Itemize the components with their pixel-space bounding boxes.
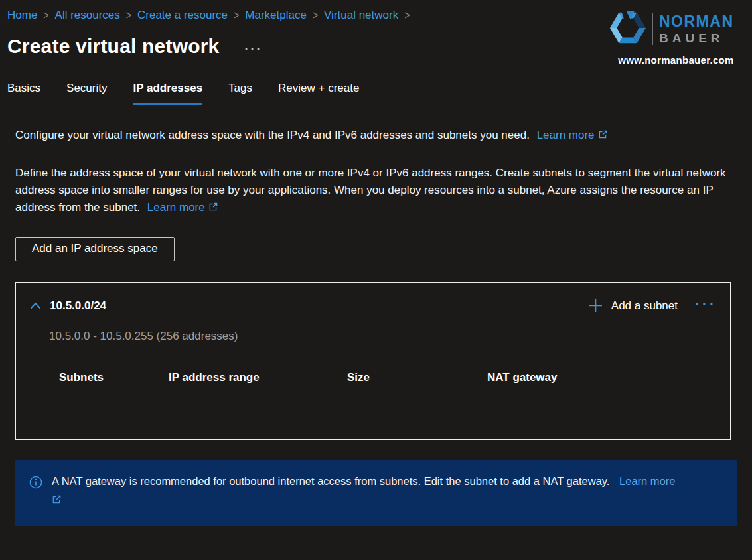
address-space-header: 10.5.0.0/24 Add a subnet ··· (16, 283, 730, 313)
banner-learn-more-link[interactable]: Learn more (619, 475, 675, 487)
subnet-more-menu-icon[interactable]: ··· (695, 300, 717, 312)
wizard-tabs: Basics Security IP addresses Tags Review… (7, 82, 752, 105)
normanbauer-hex-logo-icon (608, 9, 646, 50)
tab-content: Configure your virtual network address s… (15, 127, 741, 440)
brand-logo-top: NORMAN BAUER (608, 9, 744, 50)
external-link-icon[interactable] (52, 492, 62, 509)
intro-text: Configure your virtual network address s… (15, 127, 741, 145)
add-subnet-label: Add a subnet (611, 299, 678, 313)
brand-name-secondary: BAUER (659, 32, 734, 44)
breadcrumb-home[interactable]: Home (7, 9, 37, 22)
add-ip-address-space-button[interactable]: Add an IP address space (15, 237, 175, 261)
description-sentence: Define the address space of your virtual… (15, 167, 726, 214)
info-icon (29, 476, 42, 517)
subnet-table-header: Subnets IP address range Size NAT gatewa… (59, 371, 730, 384)
brand-name-primary: NORMAN (659, 14, 734, 29)
breadcrumb-virtual-network[interactable]: Virtual network (324, 9, 398, 22)
brand-logo: NORMAN BAUER www.normanbauer.com (608, 9, 744, 66)
tab-security[interactable]: Security (66, 82, 107, 105)
brand-names: NORMAN BAUER (659, 14, 734, 44)
add-subnet-button[interactable]: Add a subnet (589, 299, 678, 313)
plus-icon (589, 299, 603, 313)
tab-basics[interactable]: Basics (7, 82, 40, 105)
address-range-text: 10.5.0.0 - 10.5.0.255 (256 addresses) (49, 330, 730, 343)
column-header-size: Size (347, 371, 487, 384)
collapse-chevron-up-icon[interactable] (30, 302, 41, 309)
address-space-cidr: 10.5.0.0/24 (50, 299, 106, 313)
intro-sentence: Configure your virtual network address s… (15, 129, 530, 141)
brand-divider (652, 13, 653, 45)
breadcrumb-all-resources[interactable]: All resources (55, 9, 120, 22)
description-text: Define the address space of your virtual… (15, 165, 741, 217)
column-header-subnets: Subnets (59, 371, 169, 384)
external-link-icon (208, 200, 218, 217)
chevron-right-icon: > (126, 9, 131, 22)
chevron-right-icon: > (234, 9, 239, 22)
tab-tags[interactable]: Tags (228, 82, 252, 105)
chevron-right-icon: > (43, 9, 48, 22)
column-header-ip-range: IP address range (169, 371, 347, 384)
address-space-panel: 10.5.0.0/24 Add a subnet ··· 10.5.0.0 - … (15, 282, 731, 440)
banner-message: A NAT gateway is recommended for outboun… (52, 473, 675, 517)
title-more-menu-icon[interactable]: ··· (245, 37, 263, 56)
table-divider (49, 393, 719, 393)
tab-ip-addresses[interactable]: IP addresses (133, 82, 203, 105)
page-title: Create virtual network (7, 35, 220, 58)
breadcrumb-create-a-resource[interactable]: Create a resource (137, 9, 228, 22)
column-header-nat-gateway: NAT gateway (487, 371, 730, 384)
chevron-right-icon: > (313, 9, 318, 22)
external-link-icon (598, 127, 608, 145)
description-learn-more-link[interactable]: Learn more (147, 201, 205, 214)
breadcrumb-marketplace[interactable]: Marketplace (245, 9, 307, 22)
chevron-right-icon: > (404, 9, 410, 22)
brand-website: www.normanbauer.com (608, 54, 744, 66)
create-virtual-network-page: Home > All resources > Create a resource… (0, 0, 752, 560)
intro-learn-more-link[interactable]: Learn more (537, 129, 595, 141)
banner-text: A NAT gateway is recommended for outboun… (52, 475, 609, 487)
nat-gateway-info-banner: A NAT gateway is recommended for outboun… (15, 460, 737, 526)
tab-review-create[interactable]: Review + create (278, 82, 359, 105)
